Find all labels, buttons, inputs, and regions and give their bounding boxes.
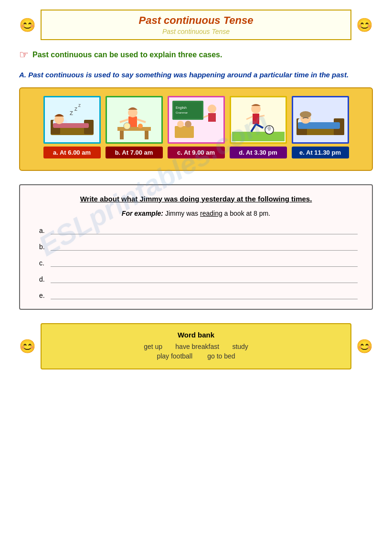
- image-box-c: English Grammar: [168, 96, 225, 144]
- svg-rect-19: [174, 102, 202, 118]
- example-label: For example:: [122, 210, 163, 217]
- smiley-right: 😊: [356, 17, 373, 33]
- title-box: Past continuous Tense Past continuous Te…: [41, 10, 351, 40]
- svg-rect-9: [117, 127, 151, 131]
- line-underline-e[interactable]: [51, 291, 358, 299]
- line-label-e: e.: [39, 292, 49, 299]
- line-underline-c[interactable]: [51, 258, 358, 267]
- image-panel: z z z a. At 6.00 am: [19, 87, 373, 171]
- svg-point-17: [138, 124, 143, 128]
- svg-line-32: [256, 124, 263, 128]
- writing-title: Write about what Jimmy was doing yesterd…: [34, 195, 358, 203]
- svg-line-15: [137, 119, 146, 122]
- label-a: a. At 6.00 am: [43, 147, 101, 158]
- svg-text:z: z: [74, 105, 77, 112]
- svg-text:English: English: [176, 106, 187, 110]
- svg-rect-23: [208, 113, 216, 122]
- label-c: c. At 9.00 am: [168, 147, 225, 158]
- writing-box: Write about what Jimmy was doing yesterd…: [19, 184, 373, 310]
- svg-point-22: [208, 105, 216, 113]
- svg-point-42: [300, 111, 311, 118]
- svg-point-27: [185, 121, 191, 127]
- image-item-e: e. At 11.30 pm: [292, 96, 349, 158]
- svg-point-26: [177, 121, 184, 127]
- answer-lines: a. b. c. d. e.: [34, 226, 358, 299]
- svg-line-31: [251, 124, 256, 132]
- word-bank-box: Word bank get up have breakfast study pl…: [41, 323, 351, 369]
- example-end-text: a book at 8 pm.: [224, 210, 271, 217]
- svg-rect-10: [120, 131, 124, 139]
- answer-line-b: b.: [39, 242, 358, 251]
- line-underline-b[interactable]: [51, 242, 358, 251]
- smiley-left: 😊: [19, 17, 36, 33]
- example-line: For example: Jimmy was reading a book at…: [34, 210, 358, 217]
- example-jimmy: Jimmy was: [165, 210, 198, 217]
- football-scene: [232, 98, 285, 141]
- word-have-breakfast: have breakfast: [175, 343, 219, 350]
- hand-icon: ☞: [19, 49, 29, 61]
- svg-line-24: [203, 116, 208, 117]
- svg-rect-28: [232, 132, 285, 141]
- svg-rect-25: [175, 126, 194, 138]
- images-row: z z z a. At 6.00 am: [25, 96, 367, 158]
- image-item-b: b. At 7.00 am: [106, 96, 163, 158]
- word-study: study: [232, 343, 248, 350]
- intro-text: Past continuous can be used to explain t…: [32, 51, 222, 59]
- svg-line-34: [259, 116, 265, 116]
- svg-line-14: [120, 119, 128, 122]
- word-bank-row1: get up have breakfast study: [56, 343, 336, 350]
- page-title-shadow: Past continuous Tense: [56, 28, 336, 35]
- word-bank-area: 😊 Word bank get up have breakfast study …: [19, 323, 373, 369]
- image-box-a: z z z: [43, 96, 101, 144]
- word-play-football: play football: [157, 352, 192, 360]
- word-go-to-bed: go to bed: [207, 352, 235, 360]
- word-get-up: get up: [144, 343, 162, 350]
- svg-text:Grammar: Grammar: [176, 111, 188, 114]
- svg-rect-30: [253, 114, 259, 124]
- studying-scene: English Grammar: [170, 98, 222, 141]
- image-box-e: [292, 96, 349, 144]
- svg-text:z: z: [70, 109, 73, 116]
- page-title: Past continuous Tense: [56, 14, 336, 27]
- section-a-text: A. Past continuous is used to say someth…: [19, 70, 373, 81]
- svg-rect-11: [145, 131, 148, 139]
- line-label-a: a.: [39, 227, 49, 234]
- svg-line-33: [246, 116, 253, 119]
- svg-text:z: z: [78, 103, 81, 108]
- sleeping-scene: z z z: [46, 98, 98, 141]
- answer-line-d: d.: [39, 274, 358, 283]
- cooking-scene: [108, 98, 160, 141]
- svg-point-16: [124, 123, 130, 129]
- answer-line-e: e.: [39, 291, 358, 299]
- answer-line-a: a.: [39, 226, 358, 234]
- line-label-d: d.: [39, 275, 49, 283]
- image-item-d: d. At 3.30 pm: [230, 96, 287, 158]
- answer-line-c: c.: [39, 258, 358, 267]
- image-box-b: [106, 96, 163, 144]
- header-area: 😊 Past continuous Tense Past continuous …: [19, 10, 373, 40]
- line-underline-d[interactable]: [51, 274, 358, 283]
- smiley-bottom-right: 😊: [356, 338, 373, 354]
- label-b: b. At 7.00 am: [106, 147, 163, 158]
- smiley-bottom-left: 😊: [19, 338, 36, 354]
- word-bank-row2: play football go to bed: [56, 352, 336, 360]
- label-e: e. At 11.30 pm: [292, 147, 349, 158]
- sleeping2-scene: [294, 98, 347, 141]
- word-bank-title: Word bank: [56, 331, 336, 339]
- example-reading: reading: [200, 210, 222, 217]
- image-item-a: z z z a. At 6.00 am: [43, 96, 101, 158]
- image-item-c: English Grammar c. At 9.00 am: [168, 96, 225, 158]
- line-underline-a[interactable]: [51, 226, 358, 234]
- image-box-d: [230, 96, 287, 144]
- line-label-b: b.: [39, 243, 49, 251]
- intro-rule: ☞ Past continuous can be used to explain…: [19, 49, 373, 61]
- label-d: d. At 3.30 pm: [230, 147, 287, 158]
- line-label-c: c.: [39, 259, 49, 267]
